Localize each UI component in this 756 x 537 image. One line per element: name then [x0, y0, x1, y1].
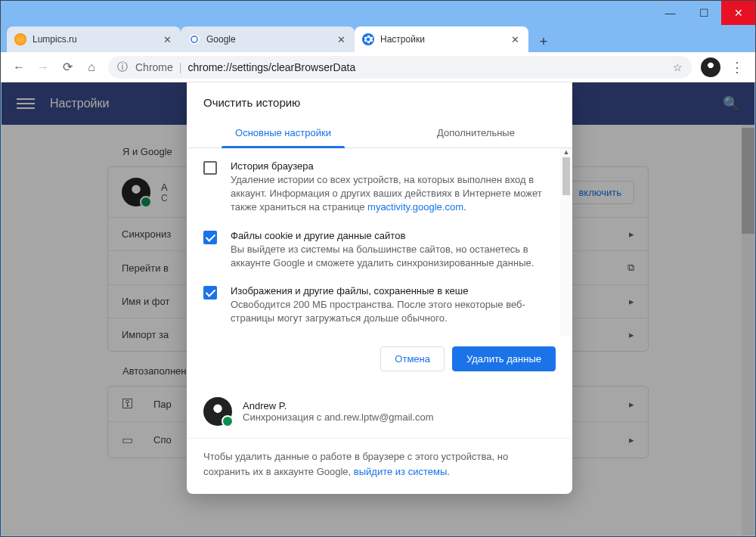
tab-title: Lumpics.ru: [33, 34, 161, 45]
tab-advanced[interactable]: Дополнительные: [380, 120, 572, 147]
favicon-google-icon: [188, 33, 200, 45]
option-title: Изображения и другие файлы, сохраненные …: [231, 285, 551, 296]
home-button[interactable]: ⌂: [79, 55, 104, 79]
dialog-tabs: Основные настройки Дополнительные: [187, 120, 572, 148]
tab-close-icon[interactable]: ✕: [161, 33, 173, 45]
option-cookies: Файлы cookie и другие данные сайтов Вы в…: [187, 222, 572, 278]
clear-data-button[interactable]: Удалить данные: [452, 346, 556, 371]
maximize-button[interactable]: ☐: [687, 1, 721, 25]
dialog-scrollbar[interactable]: ▲: [560, 148, 572, 336]
favicon-lumpics-icon: [14, 33, 26, 45]
option-desc: Удаление истории со всех устройств, на к…: [231, 173, 551, 215]
checkbox-cookies[interactable]: [203, 231, 217, 244]
option-browsing-history: История браузера Удаление истории со все…: [187, 153, 572, 222]
option-title: История браузера: [231, 160, 551, 172]
sign-out-link[interactable]: выйдите из системы: [354, 466, 447, 477]
option-desc: Освободится 200 МБ пространства. После э…: [231, 298, 551, 325]
checkbox-history[interactable]: [203, 161, 217, 175]
profile-avatar[interactable]: [701, 57, 720, 77]
dialog-title: Очистить историю: [187, 82, 572, 120]
clear-browsing-data-dialog: Очистить историю Основные настройки Допо…: [187, 82, 572, 494]
svg-point-0: [191, 36, 197, 42]
tab-close-icon[interactable]: ✕: [335, 33, 347, 45]
tab-settings[interactable]: Настройки ✕: [355, 26, 528, 52]
back-button[interactable]: ←: [7, 55, 31, 79]
forward-button[interactable]: →: [31, 55, 55, 79]
omnibox[interactable]: ⓘ Chrome | chrome://settings/clearBrowse…: [108, 56, 692, 79]
site-info-icon[interactable]: ⓘ: [117, 61, 128, 74]
tab-strip: Lumpics.ru ✕ Google ✕ Настройки ✕ +: [1, 25, 755, 52]
favicon-settings-icon: [362, 33, 374, 45]
checkbox-cache[interactable]: [203, 286, 217, 300]
sync-account-info: Andrew P. Синхронизация с and.rew.lptw@g…: [187, 385, 572, 433]
option-title: Файлы cookie и другие данные сайтов: [231, 230, 551, 241]
tab-title: Google: [206, 34, 335, 45]
new-tab-button[interactable]: +: [533, 31, 554, 52]
tab-basic[interactable]: Основные настройки: [187, 120, 380, 147]
close-button[interactable]: ✕: [721, 1, 755, 25]
chrome-menu-button[interactable]: ⋮: [725, 55, 749, 79]
bookmark-star-icon[interactable]: ☆: [673, 61, 683, 73]
tab-lumpics[interactable]: Lumpics.ru ✕: [7, 26, 181, 52]
sync-badge-icon: [222, 415, 234, 427]
option-desc: Вы выйдете из системы на большинстве сай…: [231, 243, 551, 270]
sync-user-email: Синхронизация с and.rew.lptw@gmail.com: [243, 411, 434, 423]
cancel-button[interactable]: Отмена: [380, 346, 445, 371]
sync-note: Чтобы удалить данные о работе в браузере…: [187, 438, 572, 494]
address-bar: ← → ⟳ ⌂ ⓘ Chrome | chrome://settings/cle…: [1, 52, 755, 82]
minimize-button[interactable]: —: [653, 1, 687, 25]
url-scheme: Chrome: [135, 61, 173, 73]
myactivity-link[interactable]: myactivity.google.com: [367, 201, 463, 213]
option-cache: Изображения и другие файлы, сохраненные …: [187, 278, 572, 333]
reload-button[interactable]: ⟳: [55, 55, 79, 79]
window-titlebar: — ☐ ✕: [1, 1, 755, 25]
avatar: [203, 397, 232, 426]
sync-user-name: Andrew P.: [243, 400, 434, 411]
tab-google[interactable]: Google ✕: [181, 26, 355, 52]
url-text: chrome://settings/clearBrowserData: [187, 61, 355, 73]
tab-close-icon[interactable]: ✕: [509, 33, 521, 45]
tab-title: Настройки: [380, 34, 509, 45]
